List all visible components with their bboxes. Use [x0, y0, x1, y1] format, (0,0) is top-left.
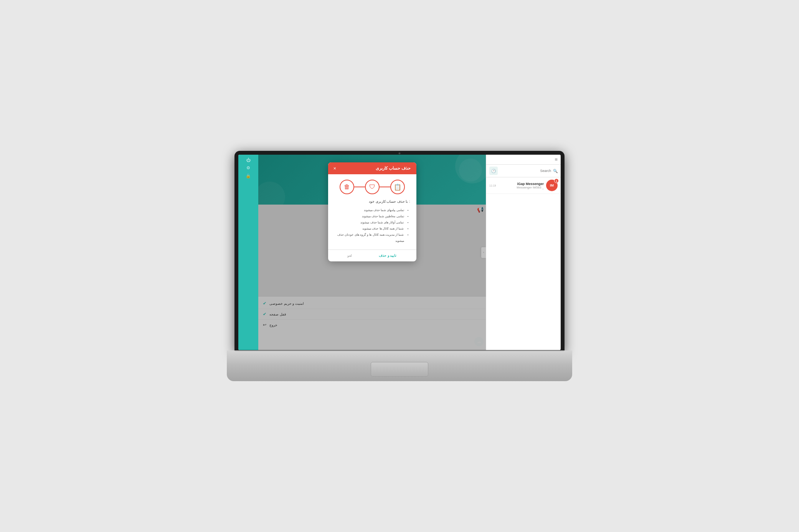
- search-input[interactable]: [500, 169, 551, 173]
- modal-body: 📋 🛡 🗑 : با حذف حساب کاربری خود تمامی پی: [328, 174, 416, 249]
- delete-account-modal: × حذف حساب کاربری 📋 🛡: [328, 162, 416, 261]
- left-teal-sidebar: ⏻ ⚙ 🔒: [238, 155, 258, 350]
- modal-list-item-5: شما از مدیریت همه کانال ها و گروه های خو…: [334, 232, 404, 244]
- step-1: 📋: [390, 180, 405, 194]
- step-line-2: [354, 187, 365, 187]
- right-panel: ≡ 🕐 🔍 11:19: [486, 155, 561, 350]
- history-button[interactable]: 🕐: [489, 167, 498, 175]
- step-3: 🗑: [340, 180, 354, 194]
- modal-list-item-4: شما از همه کانال ها حذف میشوید: [334, 226, 404, 232]
- modal-list-item-3: تمامی آواتار های شما حذف میشوند: [334, 220, 404, 226]
- chat-avatar: IM 1: [546, 180, 558, 191]
- modal-close-button[interactable]: ×: [333, 166, 337, 171]
- settings-icon[interactable]: ⚙: [246, 165, 250, 170]
- modal-header: × حذف حساب کاربری: [328, 162, 416, 174]
- modal-title: حذف حساب کاربری: [376, 166, 411, 171]
- cancel-button[interactable]: لغو: [347, 254, 352, 258]
- chat-list: 11:19 iGap Messenger _ Messenger IM583 I…: [486, 177, 561, 350]
- modal-list-item-1: تمامی پیامهای شما حذف میشوند: [334, 207, 404, 213]
- confirm-delete-button[interactable]: تایید و حذف: [379, 254, 396, 258]
- modal-overlay: × حذف حساب کاربری 📋 🛡: [258, 155, 486, 350]
- chat-info: iGap Messenger _ Messenger IM583: [499, 182, 544, 189]
- step-line-1: [380, 187, 390, 187]
- modal-steps: 📋 🛡 🗑: [334, 180, 410, 194]
- power-icon[interactable]: ⏻: [246, 158, 251, 162]
- search-icon: 🔍: [553, 169, 558, 173]
- step-2: 🛡: [365, 180, 380, 194]
- chat-preview: _ Messenger IM583: [499, 186, 544, 189]
- chat-item[interactable]: 11:19 iGap Messenger _ Messenger IM583 I…: [486, 177, 561, 194]
- modal-list: تمامی پیامهای شما حذف میشوند تمامی مخاطب…: [334, 207, 410, 244]
- search-bar: 🕐 🔍: [486, 165, 561, 177]
- modal-footer: لغو تایید و حذف: [328, 249, 416, 261]
- chat-name: iGap Messenger: [499, 182, 544, 186]
- modal-warning-title: : با حذف حساب کاربری خود: [334, 200, 410, 203]
- modal-list-item-2: تمامی مخاطبین شما حذف میشوند: [334, 213, 404, 220]
- top-bar: ≡: [486, 155, 561, 165]
- chat-badge: 1: [554, 178, 559, 183]
- chat-time: 11:19: [489, 184, 496, 187]
- lock-icon[interactable]: 🔒: [246, 173, 251, 178]
- hamburger-button[interactable]: ≡: [555, 157, 558, 162]
